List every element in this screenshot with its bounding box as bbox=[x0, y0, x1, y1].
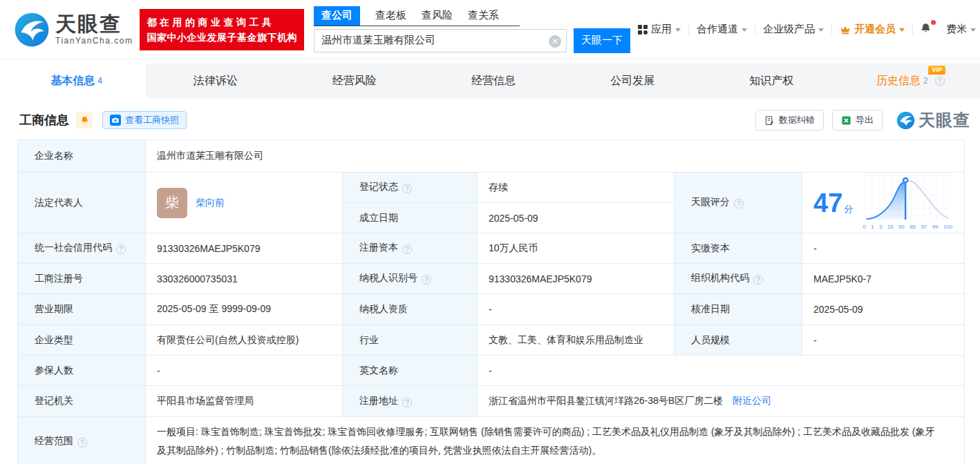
menu-item-vip[interactable]: 开通会员 bbox=[832, 23, 912, 36]
tab-business-info[interactable]: 经营信息 bbox=[424, 64, 563, 98]
establish-date-value: 2025-05-09 bbox=[478, 203, 675, 233]
menu-item-partners[interactable]: 合作通道 bbox=[689, 23, 755, 36]
reg-authority-label: 登记机关 bbox=[18, 386, 146, 417]
paid-capital-value: - bbox=[802, 233, 965, 264]
help-icon[interactable] bbox=[753, 275, 763, 284]
tianyancha-swirl-icon bbox=[896, 111, 915, 130]
table-row: 工商注册号 330326000735031 纳税人识别号 91330326MAE… bbox=[18, 264, 965, 294]
help-icon[interactable] bbox=[422, 275, 431, 284]
legal-rep-avatar[interactable]: 柴 bbox=[157, 188, 187, 218]
tab-history-info[interactable]: VIP 历史信息 2 bbox=[841, 64, 980, 98]
reg-authority-value: 平阳县市场监督管理局 bbox=[146, 386, 343, 417]
search-box: ✕ bbox=[314, 29, 567, 52]
establish-date-label: 成立日期 bbox=[343, 203, 478, 233]
top-header: 天眼查 TianYanCha.com 都在用的商业查询工具 国家中小企业发展子基… bbox=[0, 0, 980, 59]
company-nav-tabs: 基本信息 4 法律诉讼 经营风险 经营信息 公司发展 知识产权 VIP 历史信息… bbox=[7, 64, 980, 98]
help-icon[interactable] bbox=[402, 398, 412, 407]
camera-icon bbox=[110, 115, 121, 126]
menu-item-apps[interactable]: 应用 bbox=[630, 23, 688, 36]
help-icon[interactable] bbox=[116, 244, 126, 254]
clear-icon[interactable]: ✕ bbox=[549, 35, 561, 48]
chevron-down-icon bbox=[970, 28, 976, 32]
approval-date-label: 核准日期 bbox=[675, 294, 802, 325]
industry-label: 行业 bbox=[343, 325, 478, 356]
edit-document-icon bbox=[764, 115, 775, 126]
company-type-value: 有限责任公司(自然人投资或控股) bbox=[146, 325, 343, 356]
export-button[interactable]: 导出 bbox=[832, 110, 883, 130]
tab-history-label: 历史信息 bbox=[876, 74, 921, 88]
search-tab-relation[interactable]: 查关系 bbox=[468, 6, 499, 26]
search-button[interactable]: 天眼一下 bbox=[574, 28, 630, 53]
reg-status-label-text: 登记状态 bbox=[359, 182, 398, 193]
tab-intellectual-property[interactable]: 知识产权 bbox=[702, 64, 841, 98]
tab-ip-label: 知识产权 bbox=[749, 74, 793, 88]
insured-count-label: 参保人数 bbox=[18, 356, 146, 386]
top-menu: 应用 合作通道 企业级产品 开通会员 bbox=[630, 23, 980, 37]
score-label-text: 天眼评分 bbox=[691, 197, 730, 208]
snapshot-button-label: 查看工商快照 bbox=[125, 114, 179, 126]
help-icon[interactable] bbox=[77, 438, 87, 447]
taxpayer-id-label-text: 纳税人识别号 bbox=[359, 273, 417, 284]
table-row: 企业类型 有限责任公司(自然人投资或控股) 行业 文教、工美、体育和娱乐用品制造… bbox=[18, 325, 965, 356]
notification-bell[interactable] bbox=[913, 23, 939, 37]
tab-development-label: 公司发展 bbox=[610, 74, 654, 88]
legal-rep-link[interactable]: 柴向前 bbox=[196, 197, 225, 209]
crown-icon bbox=[840, 25, 851, 35]
search-tab-risk[interactable]: 查风险 bbox=[422, 6, 453, 26]
paid-capital-label: 实缴资本 bbox=[675, 233, 802, 264]
business-term-label: 营业期限 bbox=[18, 294, 146, 325]
legal-rep-label: 法定代表人 bbox=[18, 173, 146, 233]
section-bar: 工商信息 查看工商快照 bbox=[19, 109, 970, 131]
address-cell: 浙江省温州市平阳县鳌江镇河垟路26-38号B区厂房二楼 附近公司 bbox=[478, 386, 965, 417]
tab-risk-label: 经营风险 bbox=[332, 74, 377, 88]
tab-basic-info[interactable]: 基本信息 4 bbox=[7, 64, 146, 98]
search-input[interactable] bbox=[314, 30, 566, 52]
chevron-down-icon bbox=[818, 28, 824, 32]
data-correction-button[interactable]: 数据纠错 bbox=[755, 110, 824, 130]
reg-capital-value: 10万人民币 bbox=[478, 233, 675, 264]
industry-value: 文教、工美、体育和娱乐用品制造业 bbox=[478, 325, 675, 356]
menu-item-user[interactable]: 费米 bbox=[939, 23, 980, 36]
vip-badge: VIP bbox=[928, 66, 945, 75]
taxpayer-id-label: 纳税人识别号 bbox=[343, 264, 478, 294]
brand-domain: TianYanCha.com bbox=[55, 36, 133, 46]
menu-enterprise-label: 企业级产品 bbox=[763, 23, 815, 36]
table-row: 企业名称 温州市道莱玉雕有限公司 bbox=[18, 140, 965, 173]
menu-item-enterprise[interactable]: 企业级产品 bbox=[755, 23, 831, 36]
insured-count-value: - bbox=[146, 356, 343, 386]
tab-company-development[interactable]: 公司发展 bbox=[563, 64, 702, 98]
english-name-label: 英文名称 bbox=[343, 356, 478, 386]
tianyancha-logo[interactable]: 天眼查 TianYanCha.com bbox=[14, 12, 133, 48]
grid-icon bbox=[638, 25, 648, 35]
main-content: 基本信息 4 法律诉讼 经营风险 经营信息 公司发展 知识产权 VIP 历史信息… bbox=[7, 64, 980, 464]
tab-legal-label: 法律诉讼 bbox=[194, 74, 238, 88]
business-info-table: 企业名称 温州市道莱玉雕有限公司 法定代表人 柴 柴向前 登记状态 存续 天眼评… bbox=[17, 139, 965, 464]
table-row: 统一社会信用代码 91330326MAEJP5K079 注册资本 10万人民币 … bbox=[18, 233, 965, 264]
business-scope-label-text: 经营范围 bbox=[35, 435, 73, 446]
export-label: 导出 bbox=[856, 114, 874, 126]
tab-operating-risk[interactable]: 经营风险 bbox=[285, 64, 424, 98]
help-icon[interactable] bbox=[935, 76, 945, 86]
snapshot-button[interactable]: 查看工商快照 bbox=[102, 111, 187, 129]
help-icon[interactable] bbox=[402, 184, 412, 193]
approval-date-value: 2025-05-09 bbox=[802, 294, 965, 325]
help-icon[interactable] bbox=[402, 244, 412, 254]
search-tab-company[interactable]: 查公司 bbox=[314, 6, 360, 26]
slogan-line-2: 国家中小企业发展子基金旗下机构 bbox=[147, 30, 297, 45]
company-type-label: 企业类型 bbox=[18, 325, 146, 356]
help-icon[interactable] bbox=[734, 199, 744, 209]
subscribe-bell-button[interactable] bbox=[76, 112, 93, 128]
taxpayer-quality-label: 纳税人资质 bbox=[343, 294, 478, 325]
nearby-companies-link[interactable]: 附近公司 bbox=[733, 395, 771, 406]
brand-text: 天眼查 bbox=[55, 14, 133, 35]
chevron-down-icon bbox=[899, 28, 905, 32]
business-term-value: 2025-05-09 至 9999-09-09 bbox=[146, 294, 343, 325]
score-chart-axis: 0131550859799100 bbox=[863, 224, 952, 230]
tab-legal-proceedings[interactable]: 法律诉讼 bbox=[146, 64, 285, 98]
search-tab-boss[interactable]: 查老板 bbox=[375, 6, 406, 26]
org-code-value: MAEJP5K0-7 bbox=[802, 264, 965, 294]
reg-status-label: 登记状态 bbox=[343, 173, 478, 203]
red-dot-badge bbox=[931, 20, 936, 25]
menu-apps-label: 应用 bbox=[651, 23, 672, 36]
watermark-text: 天眼查 bbox=[918, 109, 970, 131]
